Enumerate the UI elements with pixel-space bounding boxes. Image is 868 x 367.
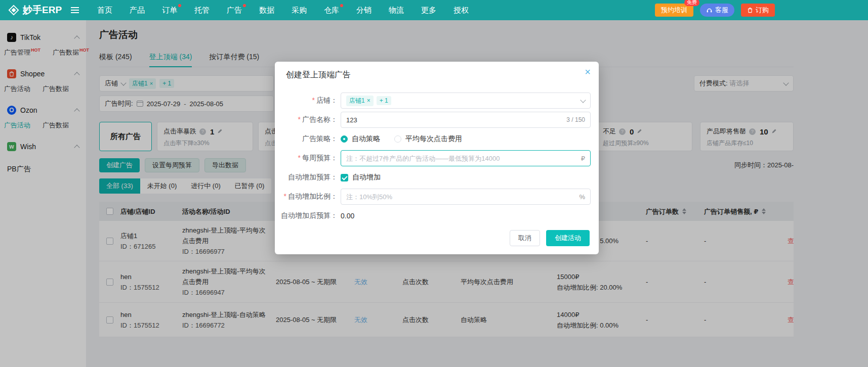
notification-dot: [243, 4, 246, 7]
nav-item-auth[interactable]: 授权: [453, 6, 469, 15]
nav-label: 授权: [453, 6, 469, 14]
auto-increase-checkbox-label: 自动增加: [352, 173, 381, 182]
required-mark: *: [284, 192, 286, 200]
chevron-down-icon: [580, 97, 586, 103]
create-top-ad-modal: 创建登上顶端广告 × *店铺： 店铺1× + 1 *广告名称： 3 / 150: [275, 62, 599, 254]
result-value: 0.00: [341, 212, 354, 220]
cancel-button[interactable]: 取消: [510, 230, 540, 246]
currency-suffix: ₽: [581, 155, 585, 162]
order-button[interactable]: 订购: [741, 4, 775, 17]
form-row-result: 自动增加后预算： 0.00: [275, 208, 599, 224]
nav-item-more[interactable]: 更多: [421, 6, 436, 15]
main-nav: 首页 产品 订单 托管 广告 数据 采购 仓库 分销 物流 更多 授权: [97, 6, 469, 15]
modal-form: *店铺： 店铺1× + 1 *广告名称： 3 / 150 广告策略：: [275, 93, 599, 224]
nav-label: 托管: [194, 6, 210, 14]
menu-toggle-icon[interactable]: [71, 10, 79, 11]
nav-label: 订单: [162, 6, 177, 14]
remove-tag-icon[interactable]: ×: [367, 97, 370, 104]
form-row-auto-increase: 自动增加预算： 自动增加: [275, 169, 599, 186]
strategy-label: 广告策略：: [302, 134, 338, 143]
ad-name-label: 广告名称：: [302, 115, 338, 123]
nav-item-products[interactable]: 产品: [130, 6, 145, 15]
weekly-budget-label: 每周预算：: [302, 154, 338, 162]
nav-label: 首页: [97, 6, 112, 14]
form-row-strategy: 广告策略： 自动策略 平均每次点击费用: [275, 131, 599, 147]
logo-icon: [8, 5, 19, 16]
nav-item-data[interactable]: 数据: [259, 6, 274, 15]
nav-item-warehouse[interactable]: 仓库: [324, 6, 339, 15]
create-campaign-button[interactable]: 创建活动: [546, 230, 590, 246]
notification-dot: [178, 4, 181, 7]
shop-more-tag: + 1: [377, 96, 391, 105]
weekly-budget-input[interactable]: [346, 155, 578, 162]
auto-increase-label: 自动增加预算：: [288, 173, 338, 181]
nav-label: 广告: [227, 6, 242, 14]
top-navbar: 妙手ERP 首页 产品 订单 托管 广告 数据 采购 仓库 分销 物流 更多 授…: [0, 0, 868, 20]
form-row-ratio: *自动增加比例： %: [275, 189, 599, 205]
training-button[interactable]: 预约培训 免费: [655, 4, 693, 17]
modal-footer: 取消 创建活动: [275, 227, 599, 246]
required-mark: *: [312, 96, 315, 104]
nav-item-orders[interactable]: 订单: [162, 6, 177, 15]
order-label: 订购: [756, 6, 769, 15]
nav-item-home[interactable]: 首页: [97, 6, 112, 15]
radio-icon: [394, 135, 401, 143]
nav-item-hosting[interactable]: 托管: [194, 6, 210, 15]
required-mark: *: [298, 115, 301, 123]
ratio-label: 自动增加比例：: [288, 192, 338, 200]
logo-text: 妙手ERP: [23, 4, 62, 17]
nav-label: 更多: [421, 6, 436, 14]
nav-label: 产品: [130, 6, 145, 14]
modal-title: 创建登上顶端广告: [286, 70, 599, 80]
auto-increase-checkbox[interactable]: [341, 174, 348, 181]
headset-icon: [706, 7, 713, 14]
training-label: 预约培训: [661, 6, 687, 14]
radio-selected-icon: [341, 135, 348, 143]
result-label: 自动增加后预算：: [281, 211, 338, 219]
nav-item-ads[interactable]: 广告: [227, 6, 242, 15]
shopping-bag-icon: [747, 7, 753, 13]
navbar-actions: 预约培训 免费 客服 订购: [655, 4, 775, 17]
form-row-name: *广告名称： 3 / 150: [275, 112, 599, 128]
radio-avg-cpc[interactable]: 平均每次点击费用: [394, 134, 462, 144]
char-counter: 3 / 150: [566, 116, 585, 123]
nav-label: 采购: [292, 6, 307, 14]
nav-item-purchase[interactable]: 采购: [292, 6, 307, 15]
nav-item-logistics[interactable]: 物流: [389, 6, 404, 15]
notification-dot: [340, 4, 343, 7]
form-row-shop: *店铺： 店铺1× + 1: [275, 93, 599, 109]
ratio-input[interactable]: [346, 193, 576, 201]
support-button[interactable]: 客服: [700, 4, 734, 17]
nav-label: 分销: [356, 6, 371, 14]
app-logo[interactable]: 妙手ERP: [8, 4, 62, 17]
nav-label: 物流: [389, 6, 404, 14]
ad-name-input[interactable]: [346, 116, 566, 124]
nav-item-distribution[interactable]: 分销: [356, 6, 371, 15]
required-mark: *: [298, 154, 301, 162]
free-badge: 免费: [684, 0, 699, 6]
percent-suffix: %: [579, 193, 585, 201]
close-icon[interactable]: ×: [585, 67, 591, 77]
radio-auto-strategy[interactable]: 自动策略: [341, 134, 380, 144]
shop-tag: 店铺1×: [346, 96, 374, 106]
modal-shop-select[interactable]: 店铺1× + 1: [341, 93, 591, 109]
form-row-weekly-budget: *每周预算： ₽: [275, 150, 599, 166]
support-label: 客服: [715, 6, 728, 15]
nav-label: 数据: [259, 6, 274, 14]
nav-label: 仓库: [324, 6, 339, 14]
shop-label: 店铺：: [316, 96, 338, 104]
